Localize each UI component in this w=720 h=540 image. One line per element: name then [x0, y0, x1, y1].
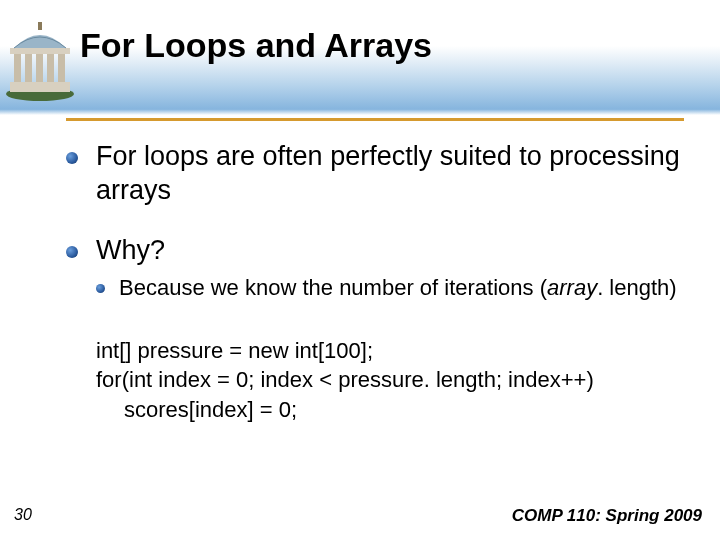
code-line-3: scores[index] = 0;: [96, 395, 686, 425]
bullet-text: Why?: [96, 234, 165, 268]
bullet-icon: [66, 152, 78, 164]
slide-title: For Loops and Arrays: [80, 26, 432, 65]
sub-text-prefix: Because we know the number of iterations…: [119, 275, 547, 300]
unc-dome-logo: [4, 20, 76, 102]
svg-rect-7: [58, 54, 65, 82]
code-line-1: int[] pressure = new int[100];: [96, 336, 686, 366]
sub-bullet-item: Because we know the number of iterations…: [96, 275, 686, 301]
page-number: 30: [14, 506, 32, 524]
bullet-icon: [66, 246, 78, 258]
bullet-item-2: Why?: [66, 234, 686, 268]
svg-rect-3: [14, 54, 21, 82]
svg-rect-4: [25, 54, 32, 82]
sub-bullet-block: Because we know the number of iterations…: [96, 275, 686, 301]
slide-content: For loops are often perfectly suited to …: [66, 140, 686, 425]
svg-rect-1: [10, 82, 70, 92]
svg-rect-8: [38, 22, 42, 30]
svg-rect-5: [36, 54, 43, 82]
code-block: int[] pressure = new int[100]; for(int i…: [96, 336, 686, 425]
sub-text-italic: array: [547, 275, 597, 300]
bullet-icon: [96, 284, 105, 293]
sub-text-suffix: . length): [597, 275, 677, 300]
bullet-item-1: For loops are often perfectly suited to …: [66, 140, 686, 208]
svg-rect-6: [47, 54, 54, 82]
sub-bullet-text: Because we know the number of iterations…: [119, 275, 677, 301]
title-underline: [66, 118, 684, 121]
footer-course: COMP 110: Spring 2009: [512, 506, 702, 526]
svg-rect-2: [10, 48, 70, 54]
bullet-text: For loops are often perfectly suited to …: [96, 140, 686, 208]
code-line-2: for(int index = 0; index < pressure. len…: [96, 365, 686, 395]
